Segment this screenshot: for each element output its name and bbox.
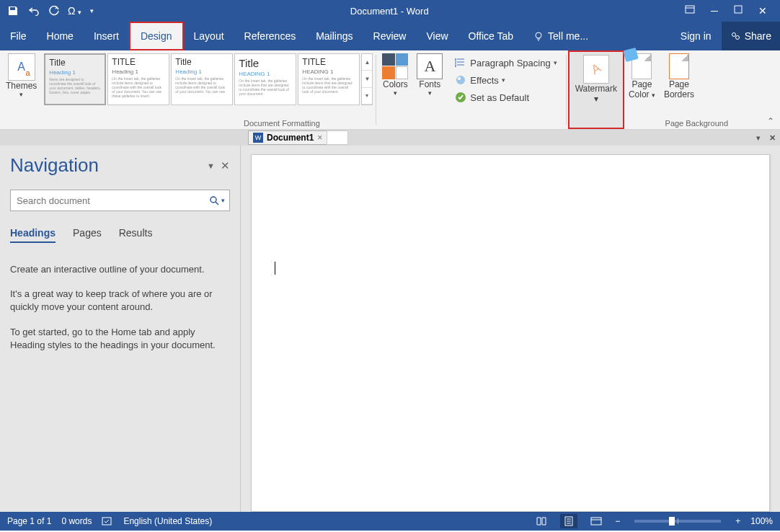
style-set-thumbnail[interactable]: Title Heading 1 Items are designed to co… [44, 53, 106, 105]
undo-icon[interactable] [27, 6, 40, 16]
tab-office-tab[interactable]: Office Tab [458, 22, 524, 50]
zoom-out-icon[interactable]: − [615, 516, 620, 526]
gallery-more-icon[interactable]: ▾ [362, 88, 372, 105]
symbol-button[interactable]: Ω ▾ [68, 5, 81, 17]
tab-design[interactable]: Design [129, 22, 184, 50]
read-mode-icon[interactable] [533, 514, 550, 528]
style-set-thumbnail[interactable]: Title HEADING 1 On the Insert tab, the g… [234, 53, 296, 105]
page-borders-icon [666, 53, 692, 79]
web-layout-icon[interactable] [588, 514, 605, 528]
check-icon [454, 91, 467, 104]
svg-rect-11 [591, 518, 601, 525]
style-set-thumbnail[interactable]: Title Heading 1 On the Insert tab, the g… [171, 53, 233, 105]
tab-close-icon[interactable]: × [317, 133, 322, 143]
gallery-up-icon[interactable]: ▲ [362, 54, 372, 71]
effects-button[interactable]: Effects ▾ [454, 72, 557, 88]
zoom-level[interactable]: 100% [750, 516, 773, 526]
nav-search-box[interactable]: ▾ [10, 190, 230, 211]
chevron-down-icon: ▾ [394, 89, 397, 97]
close-icon[interactable]: ✕ [758, 5, 767, 17]
search-icon[interactable]: ▾ [205, 196, 229, 205]
zoom-slider[interactable] [634, 520, 721, 523]
fonts-button[interactable]: A Fonts ▾ [412, 50, 447, 129]
ribbon-tabs: File Home Insert Design Layout Reference… [0, 22, 780, 50]
watermark-icon [583, 55, 609, 84]
page-color-icon [629, 53, 655, 79]
search-input[interactable] [11, 195, 205, 206]
window-controls: ─ ✕ [685, 5, 780, 17]
tab-mailings[interactable]: Mailings [306, 22, 363, 50]
tab-review[interactable]: Review [363, 22, 417, 50]
new-tab-button[interactable] [327, 130, 348, 145]
minimize-icon[interactable]: ─ [711, 5, 718, 17]
document-tab[interactable]: W Document1 × [248, 130, 327, 145]
word-doc-icon: W [253, 133, 263, 143]
tell-me-search[interactable]: Tell me... [523, 22, 598, 50]
redo-icon[interactable] [49, 6, 59, 16]
chevron-down-icon: ▾ [19, 91, 23, 98]
page[interactable] [251, 154, 770, 512]
svg-rect-0 [686, 6, 694, 13]
sign-in-link[interactable]: Sign in [670, 30, 722, 42]
title-bar: Ω ▾ ▾ Document1 - Word ─ ✕ [0, 0, 780, 22]
svg-point-4 [735, 36, 739, 40]
gallery-down-icon[interactable]: ▼ [362, 71, 372, 87]
svg-point-6 [458, 77, 461, 80]
window-title: Document1 - Word [94, 6, 685, 17]
share-button[interactable]: Share [722, 22, 780, 50]
nav-close-icon[interactable]: ✕ [221, 159, 230, 172]
gallery-scroll: ▲ ▼ ▾ [361, 53, 373, 105]
maximize-icon[interactable] [734, 5, 743, 17]
watermark-button[interactable]: Watermark ▾ [568, 50, 624, 129]
document-tab-bar: W Document1 × ▾ ✕ [0, 130, 780, 146]
collapse-ribbon-icon[interactable]: ⌃ [767, 116, 774, 126]
spellcheck-icon[interactable] [102, 516, 113, 526]
paragraph-spacing-button[interactable]: Paragraph Spacing ▾ [454, 55, 557, 71]
svg-rect-1 [735, 6, 742, 13]
language-status[interactable]: English (United States) [123, 516, 212, 526]
style-set-thumbnail[interactable]: TITLE Heading 1 On the Insert tab, the g… [107, 53, 169, 105]
chevron-down-icon: ▾ [554, 59, 557, 66]
tab-layout[interactable]: Layout [184, 22, 234, 50]
word-count-status[interactable]: 0 words [61, 516, 92, 526]
ribbon-display-icon[interactable] [685, 5, 695, 17]
status-bar: Page 1 of 1 0 words English (United Stat… [0, 512, 780, 531]
chevron-down-icon: ▾ [502, 76, 505, 84]
set-as-default-button[interactable]: Set as Default [454, 89, 557, 105]
text-cursor [275, 262, 275, 275]
svg-rect-9 [102, 518, 111, 525]
page-color-button[interactable]: Page Color ▾ [624, 50, 660, 129]
chevron-down-icon: ▾ [428, 89, 432, 97]
tab-close-all-icon[interactable]: ✕ [765, 133, 780, 143]
tab-home[interactable]: Home [37, 22, 84, 50]
page-number-status[interactable]: Page 1 of 1 [7, 516, 51, 526]
save-icon[interactable] [7, 5, 19, 17]
colors-button[interactable]: Colors ▾ [378, 50, 412, 129]
tab-references[interactable]: References [234, 22, 306, 50]
nav-tab-pages[interactable]: Pages [73, 227, 102, 243]
nav-dropdown-icon[interactable]: ▼ [207, 161, 215, 170]
tab-insert[interactable]: Insert [84, 22, 129, 50]
share-icon [730, 31, 740, 41]
quick-access-toolbar: Ω ▾ ▾ [0, 5, 94, 17]
document-formatting-gallery[interactable]: Title Heading 1 Items are designed to co… [43, 50, 374, 108]
tab-file[interactable]: File [0, 22, 37, 50]
themes-button[interactable]: A Themes ▾ [0, 50, 43, 129]
nav-tab-results[interactable]: Results [119, 227, 153, 243]
page-borders-button[interactable]: Page Borders [660, 50, 699, 129]
group-label-doc-formatting: Document Formatting [244, 119, 320, 128]
document-canvas[interactable] [241, 146, 780, 512]
svg-point-2 [536, 32, 541, 38]
svg-point-3 [732, 33, 735, 37]
tab-view[interactable]: View [416, 22, 458, 50]
tab-options-icon[interactable]: ▾ [752, 133, 765, 143]
print-layout-icon[interactable] [560, 514, 577, 528]
colors-icon [382, 53, 408, 79]
nav-tabs: Headings Pages Results [10, 227, 230, 243]
svg-point-5 [456, 76, 465, 84]
nav-tab-headings[interactable]: Headings [10, 227, 56, 243]
zoom-in-icon[interactable]: + [735, 516, 740, 526]
navigation-pane: Navigation ▼ ✕ ▾ Headings Pages Results … [0, 146, 241, 512]
style-set-thumbnail[interactable]: TITLE HEADING 1 On the Insert tab, the g… [298, 53, 360, 105]
ribbon: A Themes ▾ Title Heading 1 Items are des… [0, 50, 780, 130]
